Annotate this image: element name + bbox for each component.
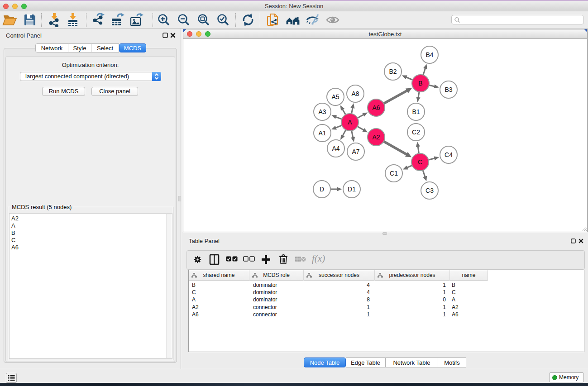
svg-text:C: C bbox=[418, 158, 422, 166]
svg-text:C3: C3 bbox=[425, 187, 434, 194]
svg-text:A6: A6 bbox=[372, 104, 380, 111]
svg-text:B3: B3 bbox=[445, 86, 452, 93]
svg-text:B1: B1 bbox=[412, 108, 420, 115]
svg-text:B4: B4 bbox=[425, 51, 433, 58]
svg-text:A5: A5 bbox=[331, 93, 339, 100]
svg-text:C2: C2 bbox=[412, 129, 420, 136]
svg-text:A: A bbox=[348, 119, 352, 126]
svg-text:A8: A8 bbox=[351, 90, 359, 97]
svg-text:A7: A7 bbox=[352, 148, 359, 155]
svg-text:A3: A3 bbox=[318, 108, 326, 115]
svg-text:B: B bbox=[418, 80, 422, 87]
svg-text:A1: A1 bbox=[318, 129, 326, 137]
svg-text:D: D bbox=[320, 186, 324, 193]
svg-text:A4: A4 bbox=[332, 145, 339, 152]
svg-text:B2: B2 bbox=[389, 68, 397, 75]
svg-text:C1: C1 bbox=[390, 170, 398, 177]
svg-text:C4: C4 bbox=[445, 151, 453, 158]
svg-text:A2: A2 bbox=[372, 133, 380, 141]
svg-text:D1: D1 bbox=[348, 186, 356, 193]
